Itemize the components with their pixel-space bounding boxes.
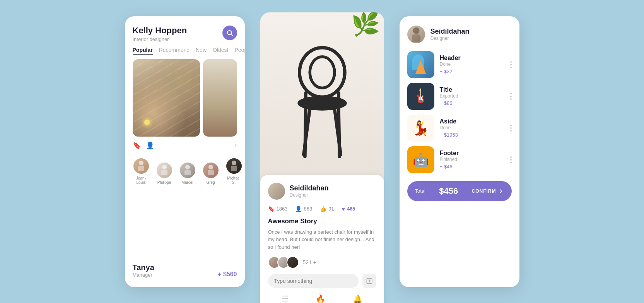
thumb-footer: 🤖 bbox=[407, 146, 434, 173]
bookmark-icon: 🔖 bbox=[268, 206, 275, 212]
card2-user-avatar bbox=[268, 183, 285, 200]
comment-count: 521 + bbox=[303, 259, 316, 265]
arrow-right-icon[interactable]: › bbox=[235, 141, 237, 149]
menu-icon[interactable]: ☰ bbox=[282, 294, 289, 303]
send-button[interactable] bbox=[362, 274, 376, 288]
card2-bottom-panel: Seidildahan Designer 🔖 1863 👤 863 👍 91 ♥… bbox=[260, 175, 384, 303]
thumb-aside: 💃 bbox=[407, 115, 434, 142]
thumb-header bbox=[407, 51, 434, 78]
item-status: Exported bbox=[440, 93, 505, 99]
manager-role: Manager bbox=[133, 272, 154, 278]
stat-like-count: 91 bbox=[328, 206, 334, 212]
card2-bottom-nav: ☰ 🔥 🔔 bbox=[268, 288, 376, 303]
item-price: + $46 bbox=[440, 164, 505, 169]
person-icon: 👤 bbox=[295, 206, 302, 212]
designer-subtitle: Interior designer bbox=[133, 36, 187, 42]
item-info-header: Header Done + $32 bbox=[440, 55, 505, 74]
item-info-aside: Aside Done + $1953 bbox=[440, 118, 505, 138]
item-name: Aside bbox=[440, 118, 505, 125]
list-item-header: Header Done + $32 bbox=[407, 51, 512, 78]
tab-people[interactable]: People bbox=[234, 47, 244, 55]
svg-line-10 bbox=[338, 108, 339, 156]
card1-tabs: Popular Recommend New Oldest People bbox=[125, 47, 245, 59]
card2-stats-row: 🔖 1863 👤 863 👍 91 ♥ 465 bbox=[268, 206, 376, 212]
total-amount: $456 bbox=[425, 186, 472, 196]
item-dots-menu[interactable] bbox=[510, 93, 512, 100]
item-status: Done bbox=[440, 62, 505, 67]
gallery-image-side bbox=[203, 59, 237, 137]
stat-hearts: ♥ 465 bbox=[342, 206, 355, 212]
card1-actions: 🔖 👤 › bbox=[125, 137, 245, 154]
avatar-name: Marcel bbox=[181, 180, 193, 185]
item-dots-menu[interactable] bbox=[510, 125, 512, 132]
avatar-name: Jean-Louis bbox=[133, 176, 150, 185]
card3-items-list: Header Done + $32 🎸 Title Exported + $86 bbox=[407, 51, 512, 173]
bookmark-icon[interactable]: 🔖 bbox=[133, 141, 141, 150]
item-name: Title bbox=[440, 86, 505, 93]
guitar-icon: 🎸 bbox=[411, 87, 430, 105]
tab-popular[interactable]: Popular bbox=[133, 47, 153, 55]
avatar-image bbox=[225, 157, 243, 175]
commenters-row: 521 + bbox=[268, 256, 376, 269]
item-price: + $1953 bbox=[440, 132, 505, 138]
manager-name: Tanya bbox=[133, 263, 154, 272]
total-label: Total bbox=[415, 188, 425, 194]
manager-price: + $560 bbox=[218, 271, 237, 278]
comment-input[interactable] bbox=[268, 274, 359, 288]
commenter-avatar-3 bbox=[287, 256, 299, 269]
stat-bookmarks: 🔖 1863 bbox=[268, 206, 288, 212]
item-price: + $86 bbox=[440, 100, 505, 106]
tab-oldest[interactable]: Oldest bbox=[213, 47, 228, 55]
stat-heart-count: 465 bbox=[347, 206, 355, 212]
card2-user-info: Seidildahan Designer bbox=[268, 183, 376, 200]
designer-name: Kelly Hoppen bbox=[133, 26, 187, 36]
item-dots-menu[interactable] bbox=[510, 61, 512, 68]
card1-footer: Tanya Manager + $560 bbox=[125, 257, 245, 287]
card3-username: Seidildahan bbox=[430, 27, 470, 36]
bell-icon[interactable]: 🔔 bbox=[353, 294, 362, 303]
card2-user-role: Designer bbox=[290, 192, 329, 198]
item-dots-menu[interactable] bbox=[510, 156, 512, 163]
avatar-image bbox=[156, 162, 173, 179]
card1-title-block: Kelly Hoppen Interior designer bbox=[133, 26, 187, 42]
avatar-greg[interactable]: Greg bbox=[202, 162, 219, 185]
avatar-name: Philippe bbox=[157, 180, 171, 185]
card2-user-details: Seidildahan Designer bbox=[290, 184, 329, 198]
chair-svg bbox=[280, 39, 365, 171]
avatar-image bbox=[202, 162, 219, 179]
avatar-image bbox=[133, 157, 150, 175]
list-item-title: 🎸 Title Exported + $86 bbox=[407, 83, 512, 110]
story-text: Once I was drawing a perfect chair for m… bbox=[268, 228, 376, 251]
person-icon[interactable]: 👤 bbox=[146, 141, 154, 150]
thumb-title: 🎸 bbox=[407, 83, 434, 110]
avatar-name: Michael S. bbox=[225, 176, 243, 185]
plant-decoration: 🌿 bbox=[351, 12, 380, 36]
list-item-footer: 🤖 Footer Finished + $46 bbox=[407, 146, 512, 173]
chair-image-area: 🌿 bbox=[260, 12, 384, 198]
card-seidildahan: Seidildahan Designer Header Done + $32 🎸 bbox=[400, 16, 519, 287]
item-status: Done bbox=[440, 125, 505, 130]
search-button[interactable] bbox=[222, 26, 237, 40]
stat-follower-count: 863 bbox=[304, 206, 312, 212]
chair-visual: 🌿 bbox=[260, 12, 384, 198]
fire-icon[interactable]: 🔥 bbox=[316, 294, 325, 303]
confirm-button[interactable]: CONFIRM bbox=[472, 188, 504, 194]
card3-header: Seidildahan Designer bbox=[407, 26, 512, 43]
avatar-michael[interactable]: Michael S. bbox=[225, 157, 243, 185]
card1-header: Kelly Hoppen Interior designer bbox=[125, 16, 245, 47]
item-info-footer: Footer Finished + $46 bbox=[440, 150, 505, 169]
item-status: Finished bbox=[440, 157, 505, 162]
avatar-jean-louis[interactable]: Jean-Louis bbox=[133, 157, 150, 185]
card3-user-role: Designer bbox=[430, 36, 470, 41]
tab-new[interactable]: New bbox=[196, 47, 207, 55]
comment-input-row bbox=[268, 274, 376, 288]
card1-gallery bbox=[125, 59, 245, 137]
stat-followers: 👤 863 bbox=[295, 206, 312, 212]
tab-recommend[interactable]: Recommend bbox=[159, 47, 190, 55]
heart-icon: ♥ bbox=[342, 206, 345, 212]
svg-line-1 bbox=[231, 34, 232, 36]
avatar-marcel[interactable]: Marcel bbox=[179, 162, 196, 185]
item-name: Footer bbox=[440, 150, 505, 157]
avatar-philippe[interactable]: Philippe bbox=[156, 162, 173, 185]
list-item-aside: 💃 Aside Done + $1953 bbox=[407, 115, 512, 142]
